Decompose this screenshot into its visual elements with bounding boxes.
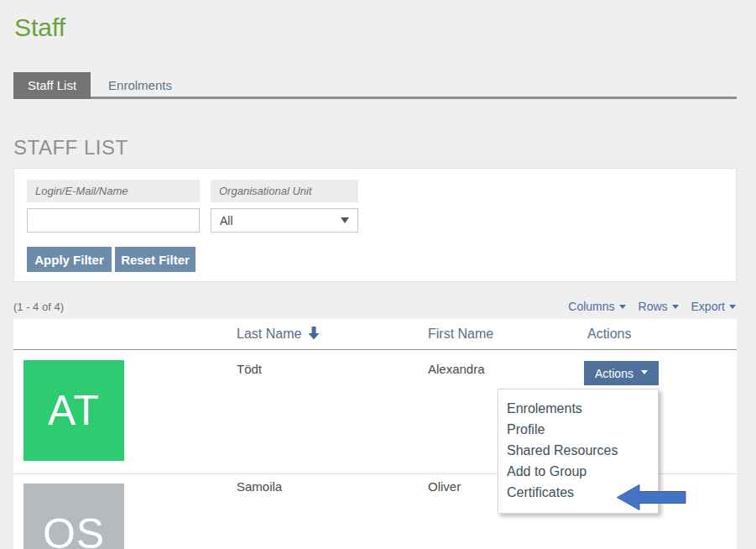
table-header-row: Last Name First Name Actions <box>13 319 737 350</box>
login-filter-label: Login/E-Mail/Name <box>27 180 200 202</box>
annotation-arrow-left-icon <box>617 484 686 511</box>
section-heading: STAFF LIST <box>13 136 128 159</box>
last-name-cell: Tödt <box>237 350 428 473</box>
chevron-down-icon <box>672 305 679 309</box>
row-actions-button[interactable]: Actions <box>584 361 659 385</box>
org-unit-selected-value: All <box>220 214 233 227</box>
reset-filter-button[interactable]: Reset Filter <box>115 247 196 272</box>
org-unit-select[interactable]: All <box>211 208 358 233</box>
column-header-first-name[interactable]: First Name <box>428 327 587 342</box>
chevron-down-icon <box>619 305 626 309</box>
pagination-status: (1 - 4 of 4) <box>13 301 64 313</box>
column-header-actions: Actions <box>587 327 737 342</box>
menu-item-enrolements[interactable]: Enrolements <box>498 398 658 419</box>
table-toolbar: Columns Rows Export <box>568 300 736 313</box>
chevron-down-icon <box>729 305 736 309</box>
column-header-last-name[interactable]: Last Name <box>237 327 428 342</box>
tab-enrolments[interactable]: Enrolments <box>91 72 190 99</box>
page-title: Staff <box>14 13 65 42</box>
login-filter-input[interactable] <box>27 208 200 233</box>
tab-staff-list[interactable]: Staff List <box>13 72 91 99</box>
filter-panel: Login/E-Mail/Name Organisational Unit Al… <box>13 168 737 282</box>
last-name-cell: Samoila <box>237 474 428 549</box>
chevron-down-icon <box>641 370 648 374</box>
staff-page: Staff Staff List Enrolments STAFF LIST L… <box>0 0 756 549</box>
menu-item-shared-resources[interactable]: Shared Resources <box>498 440 658 461</box>
menu-item-profile[interactable]: Profile <box>498 419 658 440</box>
tab-bar: Staff List Enrolments <box>13 72 737 99</box>
avatar: AT <box>23 360 124 461</box>
columns-menu[interactable]: Columns <box>568 300 625 313</box>
menu-item-add-to-group[interactable]: Add to Group <box>498 461 658 482</box>
export-menu[interactable]: Export <box>691 300 736 313</box>
rows-menu[interactable]: Rows <box>639 300 679 313</box>
org-unit-filter-label: Organisational Unit <box>211 180 358 202</box>
apply-filter-button[interactable]: Apply Filter <box>27 247 112 272</box>
sort-descending-icon <box>308 327 320 340</box>
chevron-down-icon <box>341 217 349 223</box>
avatar: OS <box>23 484 124 549</box>
